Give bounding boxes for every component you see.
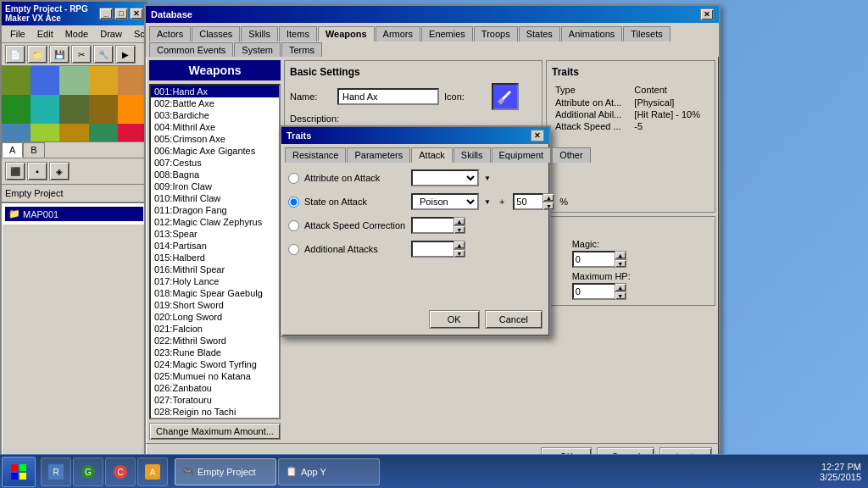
tile-12[interactable]: [31, 124, 59, 141]
tree-item-map001[interactable]: 📁 MAP001: [5, 207, 143, 221]
modal-tab-parameters[interactable]: Parameters: [347, 147, 410, 163]
attr-attack-radio[interactable]: [288, 173, 299, 184]
tab-items[interactable]: Items: [279, 26, 317, 42]
tab-enemies[interactable]: Enemies: [421, 26, 473, 42]
weapons-list[interactable]: 001:Hand Ax 002:Battle Axe 003:Bardiche …: [149, 84, 281, 419]
percent-input[interactable]: [513, 193, 542, 210]
tab-troops[interactable]: Troops: [474, 26, 518, 42]
percent-spin-down[interactable]: ▼: [542, 202, 554, 210]
map-tool-2[interactable]: ▪: [27, 162, 47, 180]
tab-weapons[interactable]: Weapons: [318, 26, 375, 42]
taskbar-icon-4[interactable]: A: [137, 458, 168, 486]
tile-10[interactable]: [118, 95, 147, 124]
weapon-item-006[interactable]: 006:Magic Axe Gigantes: [151, 145, 279, 157]
taskbar-icon-3[interactable]: C: [105, 458, 136, 486]
modal-close-button[interactable]: ✕: [531, 130, 544, 141]
tile-14[interactable]: [89, 124, 118, 141]
weapon-item-026[interactable]: 026:Zanbatou: [151, 382, 279, 394]
trait-row-1[interactable]: Attribute on At... [Physical]: [552, 97, 709, 108]
tab-animations[interactable]: Animations: [561, 26, 622, 42]
tile-9[interactable]: [89, 95, 118, 124]
weapon-item-021[interactable]: 021:Falcion: [151, 323, 279, 335]
modal-cancel-button[interactable]: Cancel: [485, 310, 542, 329]
tile-8[interactable]: [59, 95, 88, 124]
tab-states[interactable]: States: [519, 26, 560, 42]
tab-common-events[interactable]: Common Events: [149, 42, 233, 57]
tile-11[interactable]: [2, 124, 31, 141]
trait-row-3[interactable]: Attack Speed ... -5: [552, 120, 709, 132]
weapon-item-011[interactable]: 011:Dragon Fang: [151, 204, 279, 216]
tab-classes[interactable]: Classes: [192, 26, 240, 42]
weapon-item-005[interactable]: 005:Crimson Axe: [151, 133, 279, 145]
toolbar-btn-4[interactable]: ✂: [71, 45, 92, 64]
menu-file[interactable]: File: [5, 27, 31, 41]
attr-attack-select[interactable]: [411, 169, 479, 186]
close-button[interactable]: ✕: [130, 8, 143, 19]
attack-speed-radio[interactable]: [288, 220, 299, 231]
max-hp-spin-up[interactable]: ▲: [615, 283, 626, 291]
weapon-item-028[interactable]: 028:Reigin no Tachi: [151, 406, 279, 418]
tab-system[interactable]: System: [234, 42, 281, 57]
tab-armors[interactable]: Armors: [376, 26, 420, 42]
tab-skills[interactable]: Skills: [241, 26, 278, 42]
weapon-item-008[interactable]: 008:Bagna: [151, 169, 279, 180]
toolbar-btn-5[interactable]: 🔧: [93, 45, 114, 64]
tab-terms[interactable]: Terms: [281, 42, 322, 57]
attack-speed-input[interactable]: [411, 217, 453, 234]
magic-input[interactable]: [572, 251, 615, 268]
weapon-item-002[interactable]: 002:Battle Axe: [151, 97, 279, 109]
restore-button[interactable]: □: [114, 8, 128, 19]
weapon-item-004[interactable]: 004:Mithril Axe: [151, 121, 279, 133]
taskbar-app-rpgmaker[interactable]: 🎮 Empty Project: [175, 458, 276, 485]
state-attack-select[interactable]: Poison: [411, 193, 479, 210]
tile-15[interactable]: [118, 124, 147, 141]
weapon-item-024[interactable]: 024:Magic Sword Tyrfing: [151, 358, 279, 370]
taskbar-app-y[interactable]: 📋 App Y: [278, 458, 380, 485]
max-hp-spin-down[interactable]: ▼: [615, 291, 626, 300]
toolbar-btn-1[interactable]: 📄: [5, 45, 25, 64]
weapon-item-012[interactable]: 012:Magic Claw Zephyrus: [151, 216, 279, 228]
change-max-button[interactable]: Change Maximum Amount...: [149, 423, 281, 440]
tab-a[interactable]: A: [2, 142, 23, 158]
additional-attacks-spin-down[interactable]: ▼: [453, 249, 465, 258]
modal-tab-attack[interactable]: Attack: [411, 147, 453, 163]
attack-speed-spin-down[interactable]: ▼: [453, 225, 465, 234]
trait-row-2[interactable]: Additional Abil... [Hit Rate] - 10%: [552, 108, 709, 120]
weapon-item-017[interactable]: 017:Holy Lance: [151, 275, 279, 287]
tile-2[interactable]: [31, 66, 59, 95]
weapon-item-001[interactable]: 001:Hand Ax: [151, 86, 279, 97]
taskbar-icon-2[interactable]: G: [73, 458, 103, 486]
attack-speed-spin-up[interactable]: ▲: [453, 217, 465, 225]
percent-spin-up[interactable]: ▲: [542, 193, 554, 202]
menu-edit[interactable]: Edit: [32, 27, 58, 41]
taskbar-icon-1[interactable]: R: [41, 458, 71, 486]
tile-1[interactable]: [2, 66, 31, 95]
menu-mode[interactable]: Mode: [60, 27, 94, 41]
additional-attacks-input[interactable]: [411, 241, 453, 258]
state-attack-radio[interactable]: [288, 197, 299, 208]
tab-b[interactable]: B: [23, 142, 44, 158]
modal-tab-equipment[interactable]: Equipment: [492, 147, 552, 163]
tab-actors[interactable]: Actors: [149, 26, 191, 42]
menu-draw[interactable]: Draw: [95, 27, 127, 41]
weapon-item-013[interactable]: 013:Spear: [151, 228, 279, 240]
weapon-item-015[interactable]: 015:Halberd: [151, 252, 279, 263]
weapon-item-025[interactable]: 025:Mumuei no Katana: [151, 370, 279, 382]
toolbar-btn-2[interactable]: 📁: [27, 45, 47, 64]
max-hp-input[interactable]: [572, 283, 615, 300]
weapon-item-023[interactable]: 023:Rune Blade: [151, 347, 279, 358]
magic-spin-down[interactable]: ▼: [615, 259, 626, 268]
tile-7[interactable]: [31, 95, 59, 124]
modal-tab-resistance[interactable]: Resistance: [285, 147, 346, 163]
weapon-item-027[interactable]: 027:Toratouru: [151, 394, 279, 406]
weapon-item-016[interactable]: 016:Mithril Spear: [151, 263, 279, 275]
db-close-button[interactable]: ✕: [700, 8, 714, 20]
weapon-item-010[interactable]: 010:Mithril Claw: [151, 192, 279, 204]
additional-attacks-radio[interactable]: [288, 244, 299, 255]
toolbar-btn-3[interactable]: 💾: [49, 45, 70, 64]
additional-attacks-spin-up[interactable]: ▲: [453, 241, 465, 249]
modal-tab-other[interactable]: Other: [552, 147, 591, 163]
name-input[interactable]: [337, 88, 439, 105]
start-button[interactable]: [2, 457, 36, 487]
map-tool-1[interactable]: ⬛: [5, 162, 25, 180]
